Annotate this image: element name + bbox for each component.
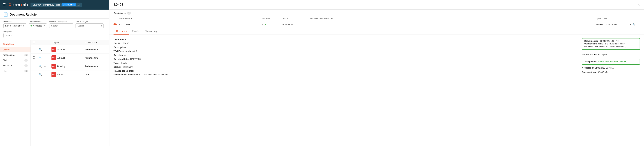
status-value: Preliminary: [122, 66, 133, 68]
close-button[interactable]: ×: [638, 3, 640, 7]
discipline-value: Civil: [125, 38, 130, 41]
row-checkbox[interactable]: [33, 48, 35, 50]
select-all-checkbox[interactable]: [33, 41, 35, 43]
upload-status-value: Accepted: [598, 53, 607, 56]
discipline-item-civil[interactable]: Civil 1: [0, 58, 30, 63]
type-label: As Built: [57, 48, 65, 51]
download-icon[interactable]: ⬇: [630, 23, 632, 26]
register-status-dropdown[interactable]: Accepted ▼: [29, 23, 47, 28]
chevron-down-icon: ▼: [43, 25, 45, 27]
col-revision-date-label: Revision Date: [119, 17, 262, 20]
tab-revisions[interactable]: Revisions: [114, 28, 130, 35]
table-row: 🔍 ⬇ PDF Drawing Architectural: [31, 62, 109, 70]
download-icon[interactable]: ⬇: [43, 72, 47, 77]
revision-date-row: Revision Date: 31/03/2023: [114, 58, 575, 60]
switch-icon[interactable]: ⇄: [78, 3, 80, 7]
documents-table: ↑ Type ▾ ↑ Discipline ▾ 🔍 ⬇ PDF: [31, 40, 109, 146]
search-icon[interactable]: 🔍: [38, 64, 42, 68]
project-badge[interactable]: Lsun004 - Canterbury Plaza Construction …: [30, 3, 82, 7]
doc-filename-value: S0406-C-Wall Elevations Sheet 6.pdf: [134, 74, 168, 76]
accepted-on-row: Accepted on 31/03/2023 10:34 AM: [582, 67, 640, 69]
upload-status-row: Upload Status: Accepted: [582, 53, 640, 56]
revision-row-detail: Revision: A: [114, 54, 575, 56]
radio-inner: [114, 24, 116, 25]
row-discipline: Architectural: [85, 57, 107, 59]
description-label: Description:: [114, 46, 126, 49]
discipline-item-architectural[interactable]: Architectural 3: [0, 52, 30, 58]
row-checkbox[interactable]: [33, 65, 35, 67]
disciplines-input[interactable]: [4, 33, 32, 38]
download-icon[interactable]: ⬇: [43, 47, 47, 51]
disciplines-filter-group: Disciplines: [4, 30, 32, 38]
col-upload-date-label: Upload Date: [596, 17, 630, 20]
row-actions: 🔍 ⬇: [38, 47, 50, 51]
download-icon[interactable]: ⬇: [43, 56, 47, 60]
discipline-item-electrical[interactable]: Electrical 4: [0, 63, 30, 68]
revisions-tab-title: Revisions: [114, 12, 126, 15]
discipline-label: Discipline:: [114, 38, 125, 41]
chevron-down-icon: ▼: [22, 25, 24, 27]
received-from-label: Received from: [584, 45, 598, 48]
radio-selected[interactable]: [114, 23, 116, 26]
tab-navigation: Revisions Emails Change log: [110, 28, 644, 35]
tab-changelog[interactable]: Change log: [142, 28, 160, 35]
revisions-table-header: Revision Date Revision Status Reason for…: [114, 16, 640, 21]
revisions-dropdown[interactable]: Latest Revisions ▼: [4, 23, 26, 28]
page-header: 📄 Document Register: [0, 10, 109, 19]
search-icon[interactable]: 🔍: [38, 56, 42, 60]
discipline-label-architectural: Architectural: [3, 54, 15, 56]
col-discipline-label: Discipline: [86, 41, 95, 44]
doc-type-input[interactable]: [76, 24, 100, 28]
checkmark-icon: ✔: [264, 23, 266, 26]
number-desc-label: Number / description: [49, 21, 73, 23]
doc-size-row: Document size: 0.7495 MB: [582, 71, 640, 74]
revisions-count-badge: 1: [127, 12, 131, 15]
description-row: Description:: [114, 46, 575, 49]
type-value: Sketch: [120, 62, 127, 64]
revisions-section: Revisions 1 Revision Date Revision Statu…: [110, 10, 644, 28]
row-discipline: Civil: [85, 73, 107, 76]
discipline-count-electrical: 4: [24, 64, 28, 67]
logo-nia: nia: [23, 3, 28, 7]
main-content: Disciplines View All Architectural 3 Civ…: [0, 40, 109, 146]
left-panel: ☰ C omm ● nia Lsun004 - Canterbury Plaza…: [0, 0, 109, 146]
row-type: PDF As Built: [52, 47, 83, 52]
revision-date-value: 31/03/2023: [119, 23, 262, 26]
description-value-row: Wall Elevations Sheet 6: [114, 50, 575, 52]
number-desc-input[interactable]: [49, 23, 73, 28]
search-icon[interactable]: 🔍: [38, 47, 42, 51]
revision-date-value-detail: 31/03/2023: [130, 58, 141, 60]
tab-emails-label: Emails: [132, 30, 139, 32]
type-label-detail: Type:: [114, 62, 120, 64]
col-discipline-header[interactable]: ↑ Discipline ▾: [85, 41, 107, 44]
received-from-value: Minish Britt (Buildme Dreams): [599, 45, 626, 48]
row-discipline: Architectural: [85, 48, 107, 51]
revision-status-value: Preliminary: [282, 23, 310, 26]
revision-label: Revision:: [114, 54, 124, 56]
col-type-header[interactable]: ↑ Type ▾: [52, 41, 83, 44]
discipline-item-view-all[interactable]: View All: [0, 47, 30, 52]
discipline-label-civil: Civil: [3, 59, 7, 61]
search-icon[interactable]: 🔍: [38, 72, 42, 77]
doc-type-label: Document type: [76, 21, 104, 23]
row-checkbox[interactable]: [33, 56, 35, 59]
row-actions: 🔍 ⬇: [38, 56, 50, 60]
logo-dot: ●: [20, 3, 22, 7]
detail-section: Discipline: Civil Doc No: S0406 Descript…: [110, 35, 644, 146]
logo: C omm ● nia: [8, 3, 28, 7]
download-icon[interactable]: ⬇: [43, 64, 47, 68]
detail-left: Discipline: Civil Doc No: S0406 Descript…: [114, 38, 575, 142]
filter-icon: ▾: [58, 41, 59, 44]
hamburger-icon[interactable]: ☰: [3, 3, 6, 7]
logo-c: C: [8, 3, 11, 7]
doc-no-row: Doc No: S0406: [114, 42, 575, 45]
tab-emails[interactable]: Emails: [130, 28, 142, 35]
pdf-icon: PDF: [52, 72, 56, 77]
document-filename-row: Document file name: S0406-C-Wall Elevati…: [114, 74, 575, 76]
project-name: Lsun004 - Canterbury Plaza: [32, 4, 60, 6]
search-icon[interactable]: 🔍: [632, 23, 635, 26]
row-checkbox[interactable]: [33, 73, 35, 76]
discipline-count-architectural: 3: [24, 54, 28, 56]
pdf-icon: PDF: [52, 55, 56, 60]
discipline-item-fire[interactable]: Fire 2: [0, 68, 30, 74]
